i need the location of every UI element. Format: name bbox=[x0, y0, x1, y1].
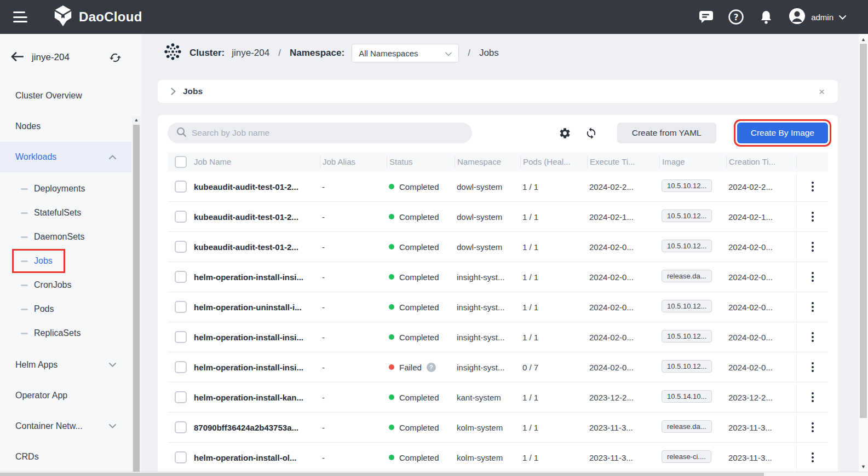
table-row[interactable]: helm-operation-install-insi... - Complet… bbox=[168, 322, 828, 352]
col-job-alias[interactable]: Job Alias bbox=[320, 156, 387, 168]
row-checkbox[interactable] bbox=[175, 271, 187, 283]
sidebar-item-jobs[interactable]: Jobs bbox=[0, 249, 131, 273]
table-row[interactable]: helm-operation-install-insi... - Failed … bbox=[168, 352, 828, 382]
job-name[interactable]: kubeaudit-audit-test-01-2... bbox=[192, 212, 320, 222]
create-by-image-button[interactable]: Create By Image bbox=[737, 123, 828, 143]
back-arrow-icon[interactable] bbox=[11, 52, 24, 63]
row-checkbox[interactable] bbox=[175, 211, 187, 223]
sidebar-item-label: StatefulSets bbox=[34, 208, 81, 218]
row-checkbox[interactable] bbox=[175, 331, 187, 343]
sidebar-item-cronjobs[interactable]: CronJobs bbox=[0, 273, 131, 297]
col-image[interactable]: Image bbox=[659, 156, 726, 168]
sidebar-item-pods[interactable]: Pods bbox=[0, 297, 131, 321]
page-scroll-down-icon[interactable]: ▼ bbox=[859, 462, 868, 471]
job-name[interactable]: helm-operation-install-kan... bbox=[192, 393, 320, 402]
sidebar-item-cluster-overview[interactable]: Cluster Overview bbox=[0, 80, 131, 111]
row-checkbox[interactable] bbox=[175, 241, 187, 253]
sidebar-scroll-up-icon[interactable]: ▲ bbox=[132, 116, 141, 124]
kebab-menu-icon[interactable] bbox=[808, 269, 817, 285]
cluster-value[interactable]: jinye-204 bbox=[232, 48, 269, 59]
table-row[interactable]: helm-operation-install-insi... - Complet… bbox=[168, 262, 828, 292]
horizontal-scrollbar-thumb[interactable] bbox=[0, 473, 764, 476]
row-checkbox[interactable] bbox=[175, 421, 187, 433]
job-name[interactable]: helm-operation-install-insi... bbox=[192, 363, 320, 372]
sidebar-scrollbar[interactable]: ▲ ▼ bbox=[132, 116, 141, 472]
table-row[interactable]: helm-operation-install-ol... - Completed… bbox=[168, 443, 828, 472]
row-checkbox[interactable] bbox=[175, 301, 187, 313]
kebab-menu-icon[interactable] bbox=[808, 359, 817, 375]
job-name[interactable]: kubeaudit-audit-test-01-2... bbox=[192, 242, 320, 252]
search-input[interactable] bbox=[192, 128, 463, 138]
col-namespace[interactable]: Namespace bbox=[455, 156, 520, 168]
kebab-menu-icon[interactable] bbox=[808, 178, 817, 195]
sidebar-item-container-netw[interactable]: Container Netw... bbox=[0, 411, 131, 442]
kebab-menu-icon[interactable] bbox=[808, 239, 817, 255]
table-row[interactable]: kubeaudit-audit-test-01-2... - Completed… bbox=[168, 172, 828, 202]
tab-chevron-right-icon[interactable] bbox=[171, 88, 176, 95]
page-scrollbar[interactable]: ▲ ▼ bbox=[859, 34, 868, 472]
row-checkbox[interactable] bbox=[175, 181, 187, 193]
sidebar-refresh-icon[interactable] bbox=[109, 51, 122, 64]
sidebar-item-workloads[interactable]: Workloads bbox=[0, 142, 131, 172]
page-scrollbar-thumb[interactable] bbox=[860, 44, 867, 418]
help-icon[interactable]: ? bbox=[728, 9, 744, 25]
sidebar-item-helm-apps[interactable]: Helm Apps bbox=[0, 350, 131, 380]
kebab-menu-icon[interactable] bbox=[808, 389, 817, 405]
toolbar: Create from YAML Create By Image bbox=[168, 123, 828, 143]
row-checkbox[interactable] bbox=[175, 391, 187, 403]
col-creation-time[interactable]: Creation Ti... bbox=[726, 156, 796, 168]
sidebar-item-operator-app[interactable]: Operator App bbox=[0, 380, 131, 411]
sidebar-menu: Cluster Overview Nodes Workloads Deploym… bbox=[0, 80, 131, 472]
table-settings-gear-icon[interactable] bbox=[558, 126, 572, 140]
create-from-yaml-button[interactable]: Create from YAML bbox=[617, 123, 716, 143]
table-row[interactable]: helm-operation-install-kan... - Complete… bbox=[168, 382, 828, 413]
kebab-menu-icon[interactable] bbox=[808, 449, 817, 466]
col-pods[interactable]: Pods (Heal... bbox=[520, 156, 587, 168]
job-name[interactable]: 87090bff36424a2b43753a... bbox=[192, 423, 320, 432]
table-row[interactable]: kubeaudit-audit-test-01-2... - Completed… bbox=[168, 202, 828, 232]
page-scroll-up-icon[interactable]: ▲ bbox=[859, 35, 868, 43]
kebab-menu-icon[interactable] bbox=[808, 299, 817, 315]
horizontal-scrollbar[interactable] bbox=[0, 472, 868, 476]
select-all-checkbox[interactable] bbox=[175, 156, 187, 168]
col-status[interactable]: Status bbox=[387, 156, 455, 168]
dash-icon bbox=[21, 260, 28, 262]
col-job-name[interactable]: Job Name bbox=[192, 156, 320, 168]
user-menu[interactable]: admin bbox=[789, 8, 846, 27]
table-row[interactable]: helm-operation-uninstall-i... - Complete… bbox=[168, 292, 828, 322]
sidebar-item-crds[interactable]: CRDs bbox=[0, 442, 131, 472]
col-execute-time[interactable]: Execute Ti... bbox=[587, 156, 659, 168]
sidebar-scrollbar-thumb[interactable] bbox=[133, 125, 140, 472]
sidebar-item-statefulsets[interactable]: StatefulSets bbox=[0, 201, 131, 225]
namespace-select[interactable]: All Namespaces bbox=[352, 44, 459, 62]
sidebar: jinye-204 Cluster Overview Nodes Workloa… bbox=[0, 34, 141, 472]
sidebar-item-daemonsets[interactable]: DaemonSets bbox=[0, 225, 131, 249]
table-row[interactable]: kubeaudit-audit-test-01-2... - Completed… bbox=[168, 232, 828, 262]
status-help-icon[interactable]: ? bbox=[427, 363, 436, 372]
sidebar-item-deployments[interactable]: Deployments bbox=[0, 177, 131, 201]
row-checkbox[interactable] bbox=[175, 361, 187, 373]
table-row[interactable]: 87090bff36424a2b43753a... - Completed ko… bbox=[168, 413, 828, 443]
job-name[interactable]: kubeaudit-audit-test-01-2... bbox=[192, 182, 320, 191]
sidebar-item-nodes[interactable]: Nodes bbox=[0, 111, 131, 142]
notifications-bell-icon[interactable] bbox=[758, 9, 774, 25]
kebab-menu-icon[interactable] bbox=[808, 329, 817, 345]
job-name[interactable]: helm-operation-install-ol... bbox=[192, 453, 320, 462]
search-bar[interactable] bbox=[168, 123, 472, 143]
kebab-menu-icon[interactable] bbox=[808, 208, 817, 225]
job-name[interactable]: helm-operation-install-insi... bbox=[192, 272, 320, 282]
tab-label[interactable]: Jobs bbox=[183, 86, 203, 96]
jobs-card: Create from YAML Create By Image Job Nam… bbox=[158, 115, 838, 472]
kebab-menu-icon[interactable] bbox=[808, 419, 817, 436]
messages-icon[interactable] bbox=[698, 9, 714, 25]
job-name[interactable]: helm-operation-install-insi... bbox=[192, 333, 320, 342]
dash-icon bbox=[21, 309, 28, 310]
hamburger-menu-icon[interactable] bbox=[13, 11, 27, 22]
sidebar-item-replicasets[interactable]: ReplicaSets bbox=[0, 321, 131, 345]
job-name[interactable]: helm-operation-uninstall-i... bbox=[192, 303, 320, 312]
row-checkbox[interactable] bbox=[175, 451, 187, 463]
tab-close-icon[interactable]: × bbox=[819, 86, 825, 97]
job-pods: 1 / 1 bbox=[520, 182, 587, 191]
brand[interactable]: DaoCloud bbox=[53, 5, 142, 29]
refresh-icon[interactable] bbox=[584, 126, 599, 140]
